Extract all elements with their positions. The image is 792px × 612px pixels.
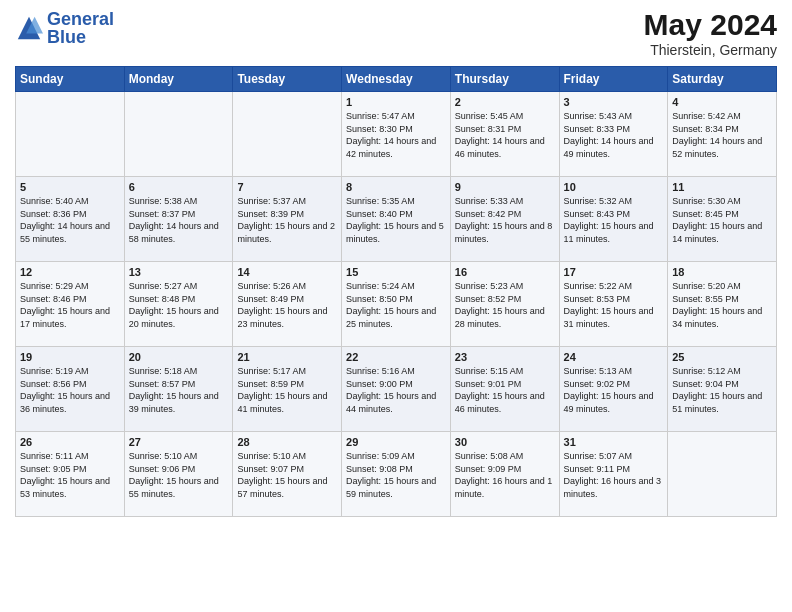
calendar-table: SundayMondayTuesdayWednesdayThursdayFrid… (15, 66, 777, 517)
day-cell: 27Sunrise: 5:10 AMSunset: 9:06 PMDayligh… (124, 432, 233, 517)
day-cell: 31Sunrise: 5:07 AMSunset: 9:11 PMDayligh… (559, 432, 668, 517)
logo-text: General Blue (47, 10, 114, 46)
day-cell: 18Sunrise: 5:20 AMSunset: 8:55 PMDayligh… (668, 262, 777, 347)
day-cell: 12Sunrise: 5:29 AMSunset: 8:46 PMDayligh… (16, 262, 125, 347)
day-info: Sunrise: 5:43 AMSunset: 8:33 PMDaylight:… (564, 110, 664, 160)
day-cell: 15Sunrise: 5:24 AMSunset: 8:50 PMDayligh… (342, 262, 451, 347)
col-header-thursday: Thursday (450, 67, 559, 92)
day-info: Sunrise: 5:18 AMSunset: 8:57 PMDaylight:… (129, 365, 229, 415)
day-cell: 26Sunrise: 5:11 AMSunset: 9:05 PMDayligh… (16, 432, 125, 517)
col-header-tuesday: Tuesday (233, 67, 342, 92)
day-info: Sunrise: 5:29 AMSunset: 8:46 PMDaylight:… (20, 280, 120, 330)
day-cell: 25Sunrise: 5:12 AMSunset: 9:04 PMDayligh… (668, 347, 777, 432)
day-cell (16, 92, 125, 177)
week-row-1: 1Sunrise: 5:47 AMSunset: 8:30 PMDaylight… (16, 92, 777, 177)
day-info: Sunrise: 5:15 AMSunset: 9:01 PMDaylight:… (455, 365, 555, 415)
day-cell (233, 92, 342, 177)
day-cell: 8Sunrise: 5:35 AMSunset: 8:40 PMDaylight… (342, 177, 451, 262)
day-number: 17 (564, 266, 664, 278)
day-cell: 7Sunrise: 5:37 AMSunset: 8:39 PMDaylight… (233, 177, 342, 262)
day-number: 6 (129, 181, 229, 193)
day-number: 8 (346, 181, 446, 193)
day-number: 19 (20, 351, 120, 363)
week-row-3: 12Sunrise: 5:29 AMSunset: 8:46 PMDayligh… (16, 262, 777, 347)
day-info: Sunrise: 5:20 AMSunset: 8:55 PMDaylight:… (672, 280, 772, 330)
day-cell: 1Sunrise: 5:47 AMSunset: 8:30 PMDaylight… (342, 92, 451, 177)
header-row: SundayMondayTuesdayWednesdayThursdayFrid… (16, 67, 777, 92)
day-cell: 13Sunrise: 5:27 AMSunset: 8:48 PMDayligh… (124, 262, 233, 347)
day-number: 3 (564, 96, 664, 108)
day-info: Sunrise: 5:24 AMSunset: 8:50 PMDaylight:… (346, 280, 446, 330)
day-cell: 3Sunrise: 5:43 AMSunset: 8:33 PMDaylight… (559, 92, 668, 177)
day-cell: 9Sunrise: 5:33 AMSunset: 8:42 PMDaylight… (450, 177, 559, 262)
day-cell: 19Sunrise: 5:19 AMSunset: 8:56 PMDayligh… (16, 347, 125, 432)
day-info: Sunrise: 5:09 AMSunset: 9:08 PMDaylight:… (346, 450, 446, 500)
col-header-saturday: Saturday (668, 67, 777, 92)
day-number: 18 (672, 266, 772, 278)
day-number: 14 (237, 266, 337, 278)
day-cell: 14Sunrise: 5:26 AMSunset: 8:49 PMDayligh… (233, 262, 342, 347)
day-cell: 10Sunrise: 5:32 AMSunset: 8:43 PMDayligh… (559, 177, 668, 262)
day-number: 7 (237, 181, 337, 193)
header: General Blue May 2024 Thierstein, German… (15, 10, 777, 58)
day-info: Sunrise: 5:32 AMSunset: 8:43 PMDaylight:… (564, 195, 664, 245)
day-number: 28 (237, 436, 337, 448)
day-number: 27 (129, 436, 229, 448)
day-info: Sunrise: 5:08 AMSunset: 9:09 PMDaylight:… (455, 450, 555, 500)
day-cell: 29Sunrise: 5:09 AMSunset: 9:08 PMDayligh… (342, 432, 451, 517)
day-info: Sunrise: 5:30 AMSunset: 8:45 PMDaylight:… (672, 195, 772, 245)
day-info: Sunrise: 5:16 AMSunset: 9:00 PMDaylight:… (346, 365, 446, 415)
day-info: Sunrise: 5:12 AMSunset: 9:04 PMDaylight:… (672, 365, 772, 415)
day-number: 26 (20, 436, 120, 448)
day-cell: 24Sunrise: 5:13 AMSunset: 9:02 PMDayligh… (559, 347, 668, 432)
day-cell: 11Sunrise: 5:30 AMSunset: 8:45 PMDayligh… (668, 177, 777, 262)
day-cell: 20Sunrise: 5:18 AMSunset: 8:57 PMDayligh… (124, 347, 233, 432)
day-number: 2 (455, 96, 555, 108)
day-number: 10 (564, 181, 664, 193)
day-number: 13 (129, 266, 229, 278)
day-cell: 30Sunrise: 5:08 AMSunset: 9:09 PMDayligh… (450, 432, 559, 517)
day-number: 5 (20, 181, 120, 193)
day-number: 23 (455, 351, 555, 363)
day-info: Sunrise: 5:42 AMSunset: 8:34 PMDaylight:… (672, 110, 772, 160)
day-number: 21 (237, 351, 337, 363)
day-number: 25 (672, 351, 772, 363)
col-header-sunday: Sunday (16, 67, 125, 92)
day-number: 31 (564, 436, 664, 448)
title-block: May 2024 Thierstein, Germany (644, 10, 777, 58)
logo: General Blue (15, 10, 114, 46)
day-info: Sunrise: 5:37 AMSunset: 8:39 PMDaylight:… (237, 195, 337, 245)
day-number: 29 (346, 436, 446, 448)
day-number: 22 (346, 351, 446, 363)
day-cell (124, 92, 233, 177)
day-info: Sunrise: 5:33 AMSunset: 8:42 PMDaylight:… (455, 195, 555, 245)
logo-icon (15, 14, 43, 42)
day-info: Sunrise: 5:10 AMSunset: 9:07 PMDaylight:… (237, 450, 337, 500)
month-year: May 2024 (644, 10, 777, 40)
day-info: Sunrise: 5:47 AMSunset: 8:30 PMDaylight:… (346, 110, 446, 160)
day-info: Sunrise: 5:19 AMSunset: 8:56 PMDaylight:… (20, 365, 120, 415)
day-number: 12 (20, 266, 120, 278)
day-info: Sunrise: 5:35 AMSunset: 8:40 PMDaylight:… (346, 195, 446, 245)
day-cell: 23Sunrise: 5:15 AMSunset: 9:01 PMDayligh… (450, 347, 559, 432)
day-info: Sunrise: 5:45 AMSunset: 8:31 PMDaylight:… (455, 110, 555, 160)
day-number: 4 (672, 96, 772, 108)
day-cell: 22Sunrise: 5:16 AMSunset: 9:00 PMDayligh… (342, 347, 451, 432)
col-header-wednesday: Wednesday (342, 67, 451, 92)
day-number: 9 (455, 181, 555, 193)
week-row-4: 19Sunrise: 5:19 AMSunset: 8:56 PMDayligh… (16, 347, 777, 432)
day-cell: 6Sunrise: 5:38 AMSunset: 8:37 PMDaylight… (124, 177, 233, 262)
day-info: Sunrise: 5:40 AMSunset: 8:36 PMDaylight:… (20, 195, 120, 245)
day-cell: 17Sunrise: 5:22 AMSunset: 8:53 PMDayligh… (559, 262, 668, 347)
day-info: Sunrise: 5:22 AMSunset: 8:53 PMDaylight:… (564, 280, 664, 330)
day-info: Sunrise: 5:26 AMSunset: 8:49 PMDaylight:… (237, 280, 337, 330)
day-info: Sunrise: 5:13 AMSunset: 9:02 PMDaylight:… (564, 365, 664, 415)
logo-general: General (47, 9, 114, 29)
location: Thierstein, Germany (644, 42, 777, 58)
col-header-monday: Monday (124, 67, 233, 92)
logo-blue: Blue (47, 27, 86, 47)
day-info: Sunrise: 5:23 AMSunset: 8:52 PMDaylight:… (455, 280, 555, 330)
day-cell: 2Sunrise: 5:45 AMSunset: 8:31 PMDaylight… (450, 92, 559, 177)
day-cell: 4Sunrise: 5:42 AMSunset: 8:34 PMDaylight… (668, 92, 777, 177)
col-header-friday: Friday (559, 67, 668, 92)
